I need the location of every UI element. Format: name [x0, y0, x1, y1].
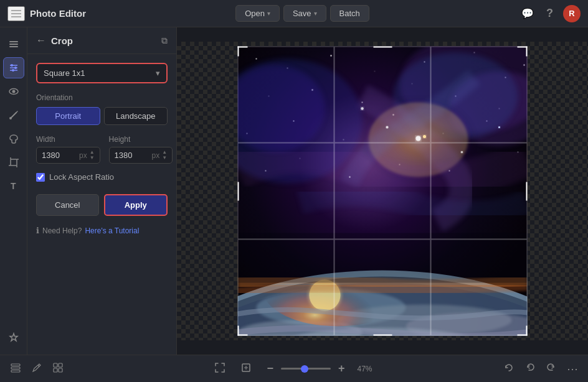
help-text: Need Help? — [42, 226, 82, 235]
layers-bottom-icon[interactable] — [7, 360, 24, 378]
height-up-arrow[interactable]: ▲ — [162, 150, 167, 155]
main-area: T ← Crop ⧉ Square 1x1 ▾ Orientation — [0, 27, 588, 355]
bottom-right-controls: ⋯ — [501, 360, 581, 378]
bottom-bar: − + 47% ⋯ — [0, 355, 588, 382]
orientation-row: Portrait Landscape — [36, 107, 168, 125]
panel-body: Square 1x1 ▾ Orientation Portrait Landsc… — [27, 54, 176, 355]
lock-row: Lock Aspect Ratio — [36, 172, 168, 182]
svg-point-4 — [11, 64, 13, 67]
zoom-percent: 47% — [358, 365, 376, 373]
adjustments-icon-button[interactable] — [3, 57, 24, 78]
svg-line-72 — [38, 365, 39, 366]
svg-point-52 — [386, 126, 389, 129]
svg-rect-68 — [238, 233, 528, 283]
space-image-svg — [238, 47, 528, 336]
rotate-counterclockwise-button[interactable] — [501, 360, 517, 378]
svg-rect-12 — [11, 159, 17, 165]
width-group: Width px ▲ ▼ — [36, 135, 100, 164]
width-label: Width — [36, 135, 100, 144]
open-button[interactable]: Open ▾ — [235, 5, 280, 22]
svg-rect-1 — [9, 44, 18, 45]
orientation-label: Orientation — [36, 93, 168, 102]
grid-bottom-icon[interactable] — [50, 360, 66, 378]
crop-icon-button[interactable] — [3, 152, 24, 173]
edit-bottom-icon[interactable] — [29, 360, 45, 378]
fullscreen-button[interactable] — [212, 360, 228, 378]
effects-icon-button[interactable] — [3, 327, 24, 348]
zoom-controls: − + — [264, 360, 347, 378]
zoom-slider[interactable] — [281, 368, 331, 370]
portrait-button[interactable]: Portrait — [36, 107, 100, 125]
svg-rect-0 — [9, 41, 18, 42]
menu-icon-button[interactable] — [7, 6, 25, 21]
undo-button[interactable] — [522, 360, 538, 378]
text-icon-button[interactable]: T — [3, 175, 24, 197]
svg-rect-76 — [59, 368, 62, 372]
bottom-left-tools — [7, 360, 66, 378]
back-button[interactable]: ← — [36, 35, 46, 46]
tutorial-link[interactable]: Here's a Tutorial — [85, 226, 139, 235]
panel: ← Crop ⧉ Square 1x1 ▾ Orientation Portra… — [27, 27, 177, 355]
comment-button[interactable]: 💬 — [519, 5, 536, 22]
svg-rect-69 — [11, 364, 20, 366]
canvas-image — [238, 47, 528, 336]
svg-point-21 — [330, 55, 331, 56]
height-unit: px — [152, 151, 160, 160]
height-arrows: ▲ ▼ — [162, 150, 167, 161]
panel-title: Crop — [51, 35, 73, 46]
width-input[interactable] — [42, 151, 79, 160]
header-right: 💬 ? R — [519, 4, 581, 22]
dimensions-row: Width px ▲ ▼ Height px — [36, 135, 168, 164]
save-button[interactable]: Save ▾ — [283, 5, 326, 22]
save-chevron-icon: ▾ — [314, 10, 317, 17]
height-label: Height — [109, 135, 173, 144]
redo-button[interactable] — [543, 360, 559, 378]
action-row: Cancel Apply — [36, 194, 168, 216]
help-button[interactable]: ? — [544, 4, 556, 22]
more-options-button[interactable]: ⋯ — [564, 360, 581, 378]
lock-aspect-checkbox[interactable] — [36, 173, 45, 182]
avatar[interactable]: R — [563, 5, 581, 22]
cancel-button[interactable]: Cancel — [36, 194, 99, 216]
header-center: Open ▾ Save ▾ Batch — [235, 5, 369, 22]
app-title: Photo Editor — [30, 8, 86, 19]
brush-icon-button[interactable] — [3, 105, 24, 126]
eye-icon-button[interactable] — [3, 81, 24, 102]
height-group: Height px ▲ ▼ — [109, 135, 173, 164]
svg-point-8 — [12, 69, 14, 72]
svg-rect-74 — [59, 363, 62, 367]
svg-rect-70 — [11, 367, 20, 369]
preset-dropdown[interactable]: Square 1x1 ▾ — [36, 63, 168, 83]
width-unit: px — [79, 151, 87, 160]
svg-point-53 — [461, 151, 463, 154]
landscape-button[interactable]: Landscape — [104, 107, 168, 125]
apply-button[interactable]: Apply — [104, 194, 168, 216]
svg-point-6 — [14, 67, 17, 69]
canvas-area[interactable] — [177, 27, 588, 355]
preset-label: Square 1x1 — [44, 68, 85, 78]
svg-point-22 — [374, 71, 375, 72]
svg-point-19 — [256, 58, 257, 60]
preset-chevron-icon: ▾ — [156, 68, 160, 78]
width-down-arrow[interactable]: ▼ — [90, 156, 95, 161]
height-down-arrow[interactable]: ▼ — [162, 156, 167, 161]
open-chevron-icon: ▾ — [267, 10, 270, 17]
canvas-wrapper — [177, 42, 588, 340]
header: Photo Editor Open ▾ Save ▾ Batch 💬 ? R — [0, 0, 588, 27]
lock-aspect-label[interactable]: Lock Aspect Ratio — [49, 172, 114, 182]
layers-icon-button[interactable] — [3, 34, 24, 55]
copy-panel-button[interactable]: ⧉ — [161, 35, 168, 46]
width-up-arrow[interactable]: ▲ — [90, 150, 95, 155]
svg-point-11 — [9, 117, 12, 119]
zoom-out-button[interactable]: − — [264, 360, 276, 378]
paint-icon-button[interactable] — [3, 128, 24, 149]
width-input-wrap: px ▲ ▼ — [36, 147, 100, 164]
panel-header-left: ← Crop — [36, 35, 73, 46]
crop-resize-button[interactable] — [238, 360, 254, 378]
header-left: Photo Editor — [7, 6, 86, 21]
height-input[interactable] — [115, 151, 152, 160]
help-row: ℹ Need Help? Here's a Tutorial — [36, 226, 168, 235]
svg-text:T: T — [11, 181, 16, 191]
zoom-in-button[interactable]: + — [336, 360, 348, 378]
batch-button[interactable]: Batch — [330, 5, 369, 22]
